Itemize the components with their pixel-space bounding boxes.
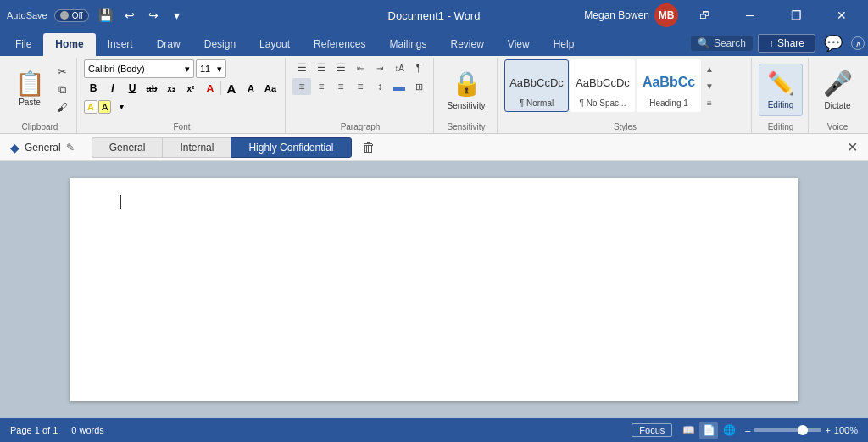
zoom-level: 100% xyxy=(834,425,858,435)
shrink-font-button[interactable]: A xyxy=(242,80,260,97)
title-bar: AutoSave Off 💾 ↩ ↪ ▾ Document1 - Word Me… xyxy=(0,0,868,31)
style-normal[interactable]: AaBbCcDc ¶ Normal xyxy=(504,59,569,112)
paragraph-group: ☰ ☰ ☰ ⇤ ⇥ ↕A ¶ ≡ ≡ ≡ ≡ ↕ ▬ ⊞ P xyxy=(287,58,434,133)
tab-review[interactable]: Review xyxy=(439,33,496,56)
borders-button[interactable]: ⊞ xyxy=(409,78,428,95)
sensitivity-tab-highly-confidential[interactable]: Highly Confidential xyxy=(231,137,351,158)
highlight-button[interactable]: A xyxy=(98,100,111,114)
customize-quick-access-button[interactable]: ▾ xyxy=(167,5,187,25)
styles-expand[interactable]: ≡ xyxy=(703,95,716,110)
italic-button[interactable]: I xyxy=(103,80,122,97)
font-family-selector[interactable]: Calibri (Body) ▾ xyxy=(84,59,194,78)
subscript-button[interactable]: x₂ xyxy=(162,80,181,97)
editing-button[interactable]: ✏️ Editing xyxy=(759,64,803,116)
tab-file[interactable]: File xyxy=(3,33,43,56)
focus-button[interactable]: Focus xyxy=(632,423,672,437)
sensitivity-trash-button[interactable]: 🗑 xyxy=(362,140,376,155)
maximize-button[interactable]: ❐ xyxy=(776,0,815,31)
tab-insert[interactable]: Insert xyxy=(96,33,145,56)
justify-button[interactable]: ≡ xyxy=(351,78,370,95)
read-mode-button[interactable]: 📖 xyxy=(679,422,698,439)
paste-icon: 📋 xyxy=(15,72,45,96)
strikethrough-button[interactable]: ab xyxy=(142,80,161,97)
web-layout-button[interactable]: 🌐 xyxy=(720,422,738,439)
tab-mailings[interactable]: Mailings xyxy=(377,33,438,56)
zoom-slider[interactable] xyxy=(754,428,821,432)
share-button[interactable]: ↑ Share xyxy=(758,34,815,53)
font-label: Font xyxy=(79,122,285,131)
quick-access-toolbar: 💾 ↩ ↪ ▾ xyxy=(96,5,187,25)
sensitivity-edit-icon[interactable]: ✎ xyxy=(66,142,75,154)
shading-button[interactable]: ▬ xyxy=(390,78,409,95)
restore-down-button[interactable]: 🗗 xyxy=(685,0,724,31)
zoom-out-button[interactable]: – xyxy=(745,425,750,435)
show-formatting-marks-button[interactable]: ¶ xyxy=(409,59,428,76)
save-button[interactable]: 💾 xyxy=(96,5,116,25)
styles-scroll-up[interactable]: ▲ xyxy=(703,61,716,76)
undo-button[interactable]: ↩ xyxy=(120,5,140,25)
tab-references[interactable]: References xyxy=(302,33,377,56)
font-color-button[interactable]: A xyxy=(84,100,97,114)
styles-scroll: ▲ ▼ ≡ xyxy=(703,59,716,112)
view-buttons: 📖 📄 🌐 xyxy=(679,422,738,439)
styles-scroll-down[interactable]: ▼ xyxy=(703,78,716,93)
close-button[interactable]: ✕ xyxy=(822,0,861,31)
style-no-space-preview: AaBbCcDc xyxy=(574,66,632,98)
bullets-button[interactable]: ☰ xyxy=(292,59,311,76)
sensitivity-tab-internal[interactable]: Internal xyxy=(162,137,231,158)
dictate-button[interactable]: 🎤 Dictate xyxy=(815,64,860,116)
align-center-button[interactable]: ≡ xyxy=(312,78,331,95)
autosave-toggle[interactable]: Off xyxy=(54,9,89,22)
tab-design[interactable]: Design xyxy=(192,33,248,56)
ribbon-collapse-button[interactable]: ∧ xyxy=(851,36,865,50)
redo-button[interactable]: ↪ xyxy=(143,5,164,25)
style-no-space[interactable]: AaBbCcDc ¶ No Spac... xyxy=(570,59,635,112)
font-color-dropdown[interactable]: ▾ xyxy=(112,98,131,115)
sensitivity-bar-label: ◆ General ✎ xyxy=(10,141,75,154)
text-cursor xyxy=(120,195,121,209)
style-heading1[interactable]: AaBbCc Heading 1 xyxy=(637,59,701,112)
clipboard-group: 📋 Paste ✂ ⧉ 🖌 Clipboard xyxy=(3,58,77,133)
align-right-button[interactable]: ≡ xyxy=(331,78,350,95)
font-size-selector[interactable]: 11 ▾ xyxy=(196,59,226,78)
comments-button[interactable]: 💬 xyxy=(821,34,846,53)
window-title: Document1 - Word xyxy=(388,9,481,22)
sort-button[interactable]: ↕A xyxy=(390,59,409,76)
bold-button[interactable]: B xyxy=(84,80,103,97)
increase-indent-button[interactable]: ⇥ xyxy=(370,59,389,76)
clear-format-button[interactable]: A xyxy=(201,80,220,97)
numbering-button[interactable]: ☰ xyxy=(312,59,331,76)
print-layout-button[interactable]: 📄 xyxy=(699,422,718,439)
line-spacing-button[interactable]: ↕ xyxy=(370,78,389,95)
underline-button[interactable]: U xyxy=(123,80,142,97)
change-case-button[interactable]: Aa xyxy=(261,80,280,97)
sensitivity-bar-close-button[interactable]: ✕ xyxy=(847,139,858,155)
format-painter-button[interactable]: 🖌 xyxy=(53,99,71,116)
align-left-button[interactable]: ≡ xyxy=(292,78,311,95)
cut-button[interactable]: ✂ xyxy=(53,64,71,81)
editing-group: ✏️ Editing Editing xyxy=(754,58,809,133)
sensitivity-tab-general[interactable]: General xyxy=(92,137,163,158)
multilevel-list-button[interactable]: ☰ xyxy=(331,59,350,76)
document-page[interactable] xyxy=(70,178,798,401)
zoom-in-button[interactable]: + xyxy=(825,425,830,435)
grow-font-button[interactable]: A xyxy=(222,80,241,97)
editing-label: Editing xyxy=(768,100,794,109)
tab-layout[interactable]: Layout xyxy=(248,33,302,56)
tab-view[interactable]: View xyxy=(496,33,542,56)
clipboard-label: Clipboard xyxy=(3,122,76,131)
tab-draw[interactable]: Draw xyxy=(145,33,192,56)
sensitivity-button[interactable]: 🔒 Sensitivity xyxy=(441,64,492,116)
superscript-button[interactable]: x² xyxy=(181,80,200,97)
tab-help[interactable]: Help xyxy=(542,33,587,56)
paste-button[interactable]: 📋 Paste xyxy=(8,64,51,115)
copy-button[interactable]: ⧉ xyxy=(53,81,71,98)
tab-home[interactable]: Home xyxy=(43,33,95,56)
user-area: Megan Bowen MB xyxy=(584,3,678,27)
minimize-button[interactable]: ─ xyxy=(731,0,770,31)
font-size-dropdown-icon: ▾ xyxy=(217,64,222,75)
share-icon: ↑ xyxy=(769,37,774,49)
avatar[interactable]: MB xyxy=(654,3,678,27)
decrease-indent-button[interactable]: ⇤ xyxy=(351,59,370,76)
sensitivity-tabs: General Internal Highly Confidential xyxy=(92,137,352,158)
